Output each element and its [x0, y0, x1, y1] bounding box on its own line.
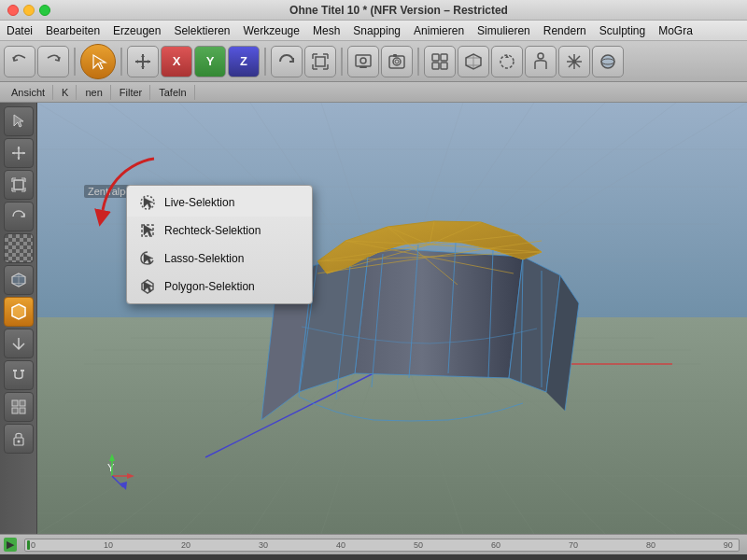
svg-rect-21	[20, 408, 25, 413]
svg-point-15	[601, 55, 614, 68]
x-axis-button[interactable]: X	[161, 46, 192, 77]
scale-button[interactable]	[304, 46, 336, 77]
svg-point-13	[538, 53, 543, 59]
svg-point-23	[17, 441, 20, 443]
viewport[interactable]: Y Zentralperspek Live-Selektion	[37, 103, 747, 534]
menu-simulieren[interactable]: Simulieren	[471, 22, 537, 39]
menu-erzeugen[interactable]: Erzeugen	[106, 22, 167, 39]
cube-button[interactable]	[458, 46, 489, 77]
timeline-button[interactable]	[424, 46, 456, 77]
left-toolbar	[0, 103, 37, 534]
lt-scale[interactable]	[4, 170, 34, 200]
lt-magnet[interactable]	[4, 360, 34, 390]
toolbar: X Y Z	[0, 41, 747, 82]
undo-button[interactable]	[4, 46, 35, 77]
timeline-start-indicator: ▶	[4, 538, 17, 552]
menu-werkzeuge[interactable]: Werkzeuge	[236, 22, 305, 39]
main-area: Y Zentralperspek Live-Selektion	[0, 103, 747, 534]
lt-grid[interactable]	[4, 392, 34, 422]
marker-50: 50	[414, 540, 423, 550]
lt-cursor[interactable]	[4, 106, 34, 136]
camera-button[interactable]	[381, 46, 413, 77]
live-selection-icon	[138, 193, 157, 212]
marker-80: 80	[646, 540, 655, 550]
separator-1	[74, 48, 76, 76]
lt-box[interactable]	[4, 265, 34, 295]
dropdown-menu: Live-Selektion Rechteck-Selektion	[126, 185, 313, 304]
lt-checkerboard[interactable]	[4, 233, 34, 263]
traffic-lights	[7, 5, 50, 16]
svg-rect-11	[441, 63, 447, 69]
menu-item-live[interactable]: Live-Selektion	[127, 189, 312, 217]
timeline-bar[interactable]: 0 10 20 30 40 50 60 70 80 90	[24, 539, 740, 552]
toolbar2: Ansicht K nen Filter Tafeln	[0, 82, 747, 103]
menu-item-polygon[interactable]: Polygon-Selektion	[127, 273, 312, 301]
menu-bearbeiten[interactable]: Bearbeiten	[39, 22, 106, 39]
redo-button[interactable]	[37, 46, 69, 77]
svg-rect-8	[432, 54, 439, 61]
close-button[interactable]	[7, 5, 19, 16]
marker-90: 90	[724, 540, 733, 550]
window-title: Ohne Titel 10 * (NFR Version – Restricte…	[50, 4, 747, 17]
menu-animieren[interactable]: Animieren	[407, 22, 471, 39]
menu-mogra[interactable]: MoGra	[652, 22, 699, 39]
titlebar: Ohne Titel 10 * (NFR Version – Restricte…	[0, 0, 747, 21]
svg-rect-20	[12, 408, 18, 413]
separator-2	[120, 48, 122, 76]
minimize-button[interactable]	[23, 5, 35, 16]
menu-mesh[interactable]: Mesh	[306, 22, 346, 39]
svg-point-14	[572, 60, 576, 63]
lt-rotate[interactable]	[4, 202, 34, 231]
rotate-button[interactable]	[271, 46, 303, 77]
separator-3	[264, 48, 266, 76]
tab-k[interactable]: K	[54, 85, 77, 100]
live-selection-button[interactable]	[80, 44, 116, 79]
menu-item-lasso[interactable]: Lasso-Selektion	[127, 245, 312, 273]
render-button[interactable]	[347, 46, 379, 77]
svg-rect-0	[316, 57, 325, 66]
svg-rect-3	[359, 66, 367, 68]
separator-4	[341, 48, 343, 76]
polygon-selection-icon	[138, 277, 157, 296]
maximize-button[interactable]	[39, 5, 50, 16]
svg-point-6	[395, 60, 399, 63]
menu-snapping[interactable]: Snapping	[346, 22, 407, 39]
z-axis-button[interactable]: Z	[228, 46, 260, 77]
menu-sculpting[interactable]: Sculpting	[593, 22, 652, 39]
marker-70: 70	[569, 540, 578, 550]
timeline: ▶ 0 10 20 30 40 50 60 70 80 90	[0, 534, 747, 554]
timeline-markers: 0 10 20 30 40 50 60 70 80 90	[25, 540, 739, 550]
tab-ansicht[interactable]: Ansicht	[4, 85, 53, 100]
lt-arrow[interactable]	[4, 329, 34, 358]
character-button[interactable]	[525, 46, 557, 77]
lt-lock[interactable]	[4, 424, 34, 454]
menu-selektieren[interactable]: Selektieren	[167, 22, 236, 39]
marker-30: 30	[259, 540, 268, 550]
move-button[interactable]	[127, 46, 159, 77]
menu-datei[interactable]: Datei	[0, 22, 39, 39]
svg-rect-10	[432, 63, 439, 69]
snowflake-button[interactable]	[558, 46, 590, 77]
sphere-button[interactable]	[592, 46, 624, 77]
lt-move[interactable]	[4, 138, 34, 168]
menu-item-rect[interactable]: Rechteck-Selektion	[127, 217, 312, 245]
menu-rendern[interactable]: Rendern	[537, 22, 593, 39]
svg-point-2	[360, 58, 366, 63]
svg-rect-7	[393, 54, 397, 57]
tab-tafeln[interactable]: Tafeln	[151, 85, 194, 100]
marker-20: 20	[181, 540, 190, 550]
menubar: DateiBearbeitenErzeugenSelektierenWerkze…	[0, 21, 747, 41]
rect-selection-icon	[138, 221, 157, 240]
separator-5	[417, 48, 419, 76]
marker-10: 10	[104, 540, 113, 550]
y-axis-button[interactable]: Y	[194, 46, 226, 77]
timeline-cursor	[27, 540, 30, 550]
marker-60: 60	[491, 540, 500, 550]
tab-nen[interactable]: nen	[78, 85, 110, 100]
loop-button[interactable]	[491, 46, 523, 77]
lt-cube-active[interactable]	[4, 297, 34, 327]
svg-point-5	[393, 58, 401, 65]
marker-40: 40	[336, 540, 345, 550]
svg-rect-9	[441, 54, 447, 61]
tab-filter[interactable]: Filter	[112, 85, 150, 100]
